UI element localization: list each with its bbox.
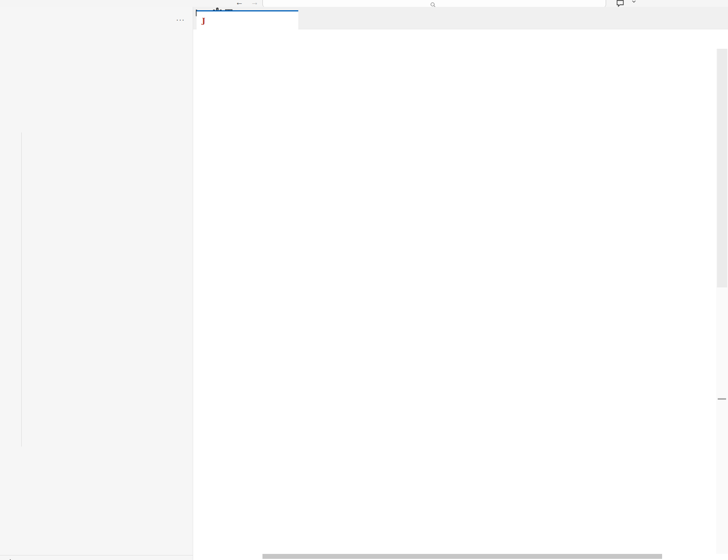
- chat-dropdown-icon[interactable]: [631, 0, 637, 5]
- editor-group: J ···: [193, 7, 728, 560]
- explorer-sidebar: ···: [0, 7, 193, 560]
- code-area[interactable]: [193, 7, 683, 554]
- sidebar-section-maven[interactable]: [0, 555, 193, 560]
- chevron-right-icon: [8, 558, 14, 560]
- overview-ruler-marker: [718, 398, 726, 400]
- command-center-search[interactable]: [262, 0, 606, 7]
- vertical-scrollbar[interactable]: [716, 36, 728, 554]
- back-arrow-icon[interactable]: ←: [235, 0, 243, 7]
- breadcrumb: [193, 29, 728, 49]
- titlebar: ← →: [0, 0, 728, 7]
- forward-arrow-icon[interactable]: →: [251, 0, 259, 7]
- horizontal-scrollbar-thumb[interactable]: [262, 554, 662, 559]
- vertical-scrollbar-thumb[interactable]: [717, 36, 727, 287]
- vscode-window: ← → ··· J: [0, 0, 728, 560]
- explorer-more-icon[interactable]: ···: [176, 15, 185, 24]
- minimap[interactable]: [683, 36, 716, 554]
- tree-indent-guide: [21, 132, 22, 447]
- chat-icon[interactable]: [616, 0, 625, 7]
- search-icon: [430, 2, 436, 7]
